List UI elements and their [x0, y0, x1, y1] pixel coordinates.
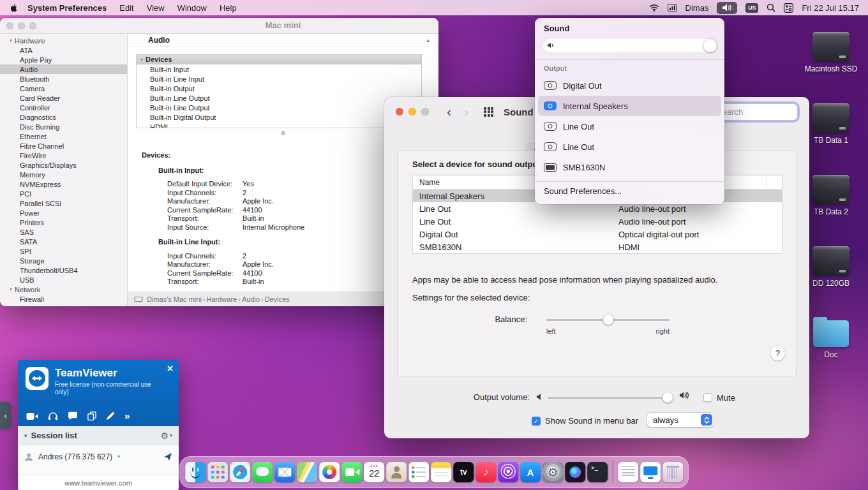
- sidebar-item-power[interactable]: Power: [0, 208, 127, 218]
- zoom-button[interactable]: [29, 22, 36, 29]
- wifi-icon[interactable]: [649, 4, 659, 11]
- session-settings-button[interactable]: ⚙ ▾: [160, 431, 172, 441]
- breadcrumb-part[interactable]: Dimas's Mac mini: [147, 295, 202, 303]
- input-source-badge[interactable]: US: [745, 3, 758, 13]
- device-row-built-in-output[interactable]: Built-in Output: [137, 84, 421, 93]
- close-button[interactable]: [396, 108, 403, 115]
- teamviewer-panel[interactable]: TeamViewer Free license (non-commercial …: [18, 360, 179, 490]
- close-button[interactable]: [6, 22, 13, 29]
- device-row-hdmi[interactable]: HDMI: [137, 122, 421, 128]
- menu-view[interactable]: View: [147, 3, 165, 13]
- pen-icon[interactable]: [106, 412, 115, 420]
- headset-icon[interactable]: [48, 412, 58, 420]
- zoom-button[interactable]: [421, 108, 429, 115]
- device-row-built-in-input[interactable]: Built-in Input: [137, 64, 421, 74]
- menu-output-device-line-out[interactable]: Line Out: [538, 116, 721, 137]
- minimize-button[interactable]: [18, 22, 25, 29]
- dock-icon-finder[interactable]: [185, 462, 206, 482]
- forward-button[interactable]: ›: [464, 105, 468, 118]
- sidebar-item-ata[interactable]: ATA: [0, 45, 127, 55]
- dock-icon-podcasts[interactable]: [498, 462, 518, 482]
- show-sound-checkbox[interactable]: [532, 417, 541, 426]
- dock-icon-photos[interactable]: [319, 462, 340, 482]
- sidebar-item-audio[interactable]: Audio: [0, 64, 127, 74]
- sidebar-item-spi[interactable]: SPI: [0, 246, 127, 256]
- breadcrumb-part[interactable]: Devices: [265, 295, 290, 303]
- sound-preferences-link[interactable]: Sound Preferences...: [544, 186, 622, 196]
- dock-icon-reminders[interactable]: [408, 462, 429, 482]
- dock-icon-terminal[interactable]: [587, 462, 608, 482]
- menu-volume-slider[interactable]: [542, 38, 717, 52]
- mute-checkbox[interactable]: [703, 393, 712, 402]
- sidebar-section-network[interactable]: ▾Network: [0, 285, 127, 294]
- search-icon[interactable]: [767, 3, 775, 12]
- dock-icon-facetime[interactable]: [341, 462, 362, 482]
- apple-logo-icon[interactable]: [9, 3, 17, 13]
- desktop-icon-macintosh-ssd[interactable]: Macintosh SSD: [797, 32, 865, 77]
- device-table-header[interactable]: ▾ Devices: [137, 55, 421, 64]
- duplicate-icon[interactable]: [87, 412, 96, 420]
- session-list-header[interactable]: ▾ Session list ⚙ ▾: [18, 426, 179, 445]
- sidebar-item-firewall[interactable]: Firewall: [0, 294, 127, 304]
- device-row-built-in-digital-output[interactable]: Built-in Digital Output: [137, 112, 421, 122]
- device-row-built-in-line-input[interactable]: Built-in Line Input: [137, 74, 421, 84]
- dock-icon-tv[interactable]: [453, 462, 474, 482]
- volume-menu-button[interactable]: [717, 2, 737, 14]
- minimize-button[interactable]: [408, 108, 416, 115]
- breadcrumb-part[interactable]: Audio: [242, 295, 260, 303]
- menu-edit[interactable]: Edit: [119, 3, 133, 13]
- sidebar-item-storage[interactable]: Storage: [0, 256, 127, 265]
- dock-icon-system-preferences[interactable]: [542, 462, 563, 482]
- balance-slider[interactable]: [546, 314, 670, 325]
- dock-icon-textedit[interactable]: [618, 462, 638, 482]
- dock-icon-launchpad[interactable]: [207, 462, 228, 482]
- sidebar-item-fibre-channel[interactable]: Fibre Channel: [0, 141, 127, 151]
- dock-icon-maps[interactable]: [297, 462, 317, 482]
- show-all-grid-icon[interactable]: [484, 107, 493, 117]
- sidebar-section-hardware[interactable]: ▾Hardware: [0, 36, 127, 45]
- dock-icon-app-store[interactable]: [520, 462, 541, 482]
- system-information-window[interactable]: Mac mini ▾HardwareATAApple PayAudioBluet…: [0, 18, 438, 306]
- menu-help[interactable]: Help: [220, 3, 237, 13]
- connect-icon[interactable]: [163, 452, 172, 461]
- dock-icon-mail[interactable]: [274, 462, 295, 482]
- dock-icon-calendar[interactable]: JUL22: [364, 462, 384, 482]
- sidebar-item-parallel-scsi[interactable]: Parallel SCSI: [0, 198, 127, 208]
- sidebar-item-diagnostics[interactable]: Diagnostics: [0, 112, 127, 122]
- breadcrumb-part[interactable]: Hardware: [207, 295, 237, 303]
- sidebar-item-memory[interactable]: Memory: [0, 170, 127, 179]
- dock-icon-siri[interactable]: [565, 462, 585, 482]
- sidebar-item-thunderbolt-usb4[interactable]: Thunderbolt/USB4: [0, 265, 127, 275]
- chevron-down-icon[interactable]: ▾: [117, 454, 120, 459]
- sidebar-item-usb[interactable]: USB: [0, 275, 127, 285]
- chat-icon[interactable]: [68, 412, 78, 420]
- output-device-row-smb1630n[interactable]: SMB1630NHDMI: [413, 241, 782, 253]
- session-partner[interactable]: Andres (776 375 627): [38, 452, 112, 461]
- sidebar-item-sata[interactable]: SATA: [0, 237, 127, 246]
- collapse-chevron-icon[interactable]: ▴: [426, 37, 430, 43]
- stats-icon[interactable]: [668, 4, 677, 11]
- sidebar-item-nvmexpress[interactable]: NVMExpress: [0, 179, 127, 189]
- sidebar-item-graphics-displays[interactable]: Graphics/Displays: [0, 160, 127, 170]
- teamviewer-collapse-tab[interactable]: ‹: [0, 402, 11, 429]
- search-input[interactable]: [717, 107, 793, 117]
- output-volume-slider[interactable]: [548, 392, 673, 403]
- dock-icon-safari[interactable]: [230, 462, 250, 482]
- menu-window[interactable]: Window: [177, 3, 207, 13]
- menu-output-device-digital-out[interactable]: Digital Out: [538, 75, 721, 96]
- help-button[interactable]: ?: [770, 346, 785, 360]
- back-button[interactable]: ‹: [447, 105, 451, 118]
- menu-output-device-smb1630n[interactable]: SMB1630N: [538, 157, 721, 177]
- close-icon[interactable]: ×: [167, 363, 173, 375]
- video-icon[interactable]: [26, 412, 38, 420]
- menu-output-device-internal-speakers[interactable]: Internal Speakers: [538, 96, 721, 116]
- teamviewer-website[interactable]: www.teamviewer.com: [18, 475, 179, 490]
- more-icon[interactable]: »: [124, 412, 130, 420]
- dock-icon-trash[interactable]: [662, 462, 683, 482]
- output-device-row-line-out[interactable]: Line OutAudio line-out port: [413, 215, 782, 228]
- device-row-built-in-line-output[interactable]: Built-in Line Output: [137, 103, 421, 112]
- control-center-icon[interactable]: [784, 3, 793, 13]
- sidebar-item-sas[interactable]: SAS: [0, 227, 127, 237]
- dock-icon-messages[interactable]: [252, 462, 273, 482]
- menubar-clock[interactable]: Fri 22 Jul 15.17: [802, 3, 859, 13]
